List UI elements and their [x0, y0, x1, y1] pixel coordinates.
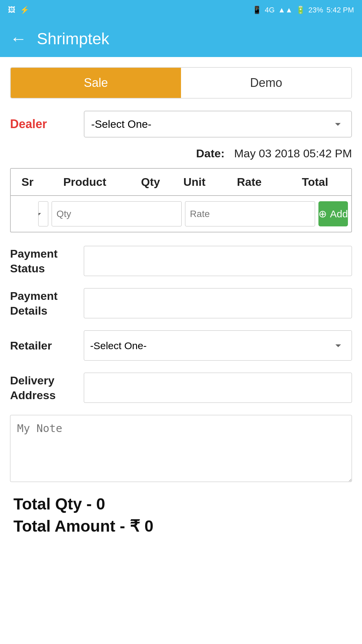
product-select-wrap: Sele — [38, 201, 48, 226]
status-bar-left: 🖼 ⚡ — [8, 6, 29, 14]
retailer-label: Retailer — [10, 338, 84, 353]
payment-details-label: PaymentDetails — [10, 288, 84, 318]
delivery-address-input[interactable] — [84, 373, 352, 403]
table-input-row: Sele ⊕ Add — [11, 196, 351, 232]
back-button[interactable]: ← — [10, 29, 27, 48]
status-bar-right: 📱 4G ▲▲ 🔋 23% 5:42 PM — [252, 6, 354, 14]
total-qty-label: Total Qty - 0 — [13, 495, 105, 513]
tab-sale[interactable]: Sale — [11, 68, 181, 98]
plus-circle-icon: ⊕ — [318, 208, 327, 220]
total-qty-row: Total Qty - 0 — [10, 495, 352, 513]
product-select[interactable]: Sele — [38, 201, 48, 226]
dealer-row: Dealer -Select One- — [10, 111, 352, 138]
payment-status-label: PaymentStatus — [10, 246, 84, 276]
time-display: 5:42 PM — [326, 6, 354, 14]
add-button[interactable]: ⊕ Add — [318, 201, 348, 226]
total-amount-label: Total Amount - — [13, 517, 125, 535]
date-label: Date: — [196, 147, 225, 160]
date-row: Date: May 03 2018 05:42 PM — [10, 147, 352, 160]
col-product: Product — [41, 175, 129, 189]
tab-row: Sale Demo — [10, 67, 352, 99]
delivery-address-label: DeliveryAddress — [10, 373, 84, 402]
battery-icon: 🔋 — [296, 6, 305, 14]
app-bar: ← Shrimptek — [0, 20, 362, 57]
phone-icon: 📱 — [252, 6, 261, 14]
total-amount-value: 0 — [144, 517, 154, 535]
signal-icon: ▲▲ — [278, 6, 293, 14]
app-title: Shrimptek — [37, 30, 109, 48]
payment-details-input[interactable] — [84, 288, 352, 318]
add-label: Add — [330, 208, 348, 220]
rate-input[interactable] — [185, 201, 315, 226]
usb-icon: ⚡ — [20, 6, 29, 14]
dealer-select[interactable]: -Select One- — [84, 111, 352, 138]
date-value: May 03 2018 05:42 PM — [234, 147, 352, 160]
payment-details-row: PaymentDetails — [10, 288, 352, 318]
retailer-row: Retailer -Select One- — [10, 330, 352, 361]
network-4g-label: 4G — [265, 6, 275, 14]
col-qty: Qty — [129, 175, 173, 189]
table-header: Sr Product Qty Unit Rate Total — [11, 169, 351, 196]
payment-status-row: PaymentStatus — [10, 246, 352, 276]
currency-symbol: ₹ — [130, 517, 140, 535]
product-table: Sr Product Qty Unit Rate Total Sele ⊕ Ad… — [10, 168, 352, 232]
status-bar: 🖼 ⚡ 📱 4G ▲▲ 🔋 23% 5:42 PM — [0, 0, 362, 20]
retailer-select[interactable]: -Select One- — [84, 330, 352, 361]
main-content: Sale Demo Dealer -Select One- Date: May … — [0, 57, 362, 644]
my-note-textarea[interactable] — [10, 415, 352, 482]
dealer-label: Dealer — [10, 117, 84, 131]
payment-status-input[interactable] — [84, 246, 352, 276]
col-sr: Sr — [14, 175, 41, 189]
col-unit: Unit — [173, 175, 217, 189]
qty-input[interactable] — [52, 201, 182, 226]
battery-percentage: 23% — [308, 6, 323, 14]
delivery-address-row: DeliveryAddress — [10, 373, 352, 403]
tab-demo[interactable]: Demo — [181, 68, 351, 98]
col-rate: Rate — [216, 175, 282, 189]
image-icon: 🖼 — [8, 6, 15, 14]
col-total: Total — [282, 175, 348, 189]
total-amount-row: Total Amount - ₹ 0 — [10, 517, 352, 535]
